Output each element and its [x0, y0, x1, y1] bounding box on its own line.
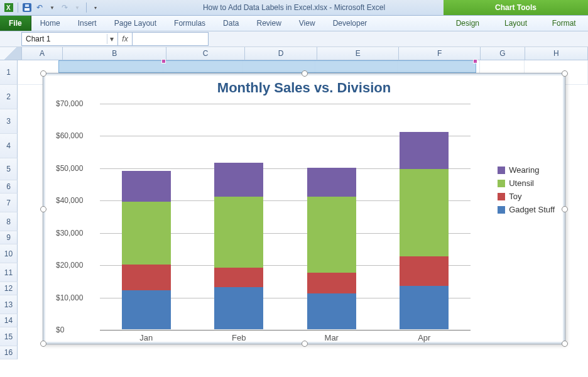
col-header-C[interactable]: C [166, 47, 245, 60]
tab-chart-design[interactable]: Design [444, 16, 492, 31]
bar-segment-utensil[interactable] [122, 202, 171, 265]
legend-label-wearing: Wearing [509, 165, 539, 175]
row-header-2[interactable]: 2 [0, 85, 18, 109]
col-header-D[interactable]: D [245, 47, 317, 60]
resize-handle-mr[interactable] [562, 206, 568, 212]
redo-icon[interactable]: ↷ [60, 3, 70, 13]
chart-plot-area[interactable]: $70,000$60,000$50,000$40,000$30,000$20,0… [56, 104, 471, 330]
tab-data[interactable]: Data [214, 16, 248, 31]
row-header-11[interactable]: 11 [0, 263, 18, 282]
cells-area[interactable]: Monthly Sales vs. Division Wearing Utens… [18, 60, 588, 359]
chart-object[interactable]: Monthly Sales vs. Division Wearing Utens… [43, 73, 565, 344]
chart-title[interactable]: Monthly Sales vs. Division [43, 74, 565, 100]
row-header-14[interactable]: 14 [0, 314, 18, 327]
tab-insert[interactable]: Insert [69, 16, 106, 31]
row-header-1[interactable]: 1 [0, 60, 18, 85]
legend-item-toy[interactable]: Toy [498, 192, 555, 201]
bar-segment-wearing[interactable] [307, 168, 356, 197]
bar-segment-wearing[interactable] [214, 163, 263, 197]
tab-chart-layout[interactable]: Layout [492, 16, 540, 31]
resize-handle-bl[interactable] [40, 341, 46, 347]
col-header-F[interactable]: F [399, 47, 481, 60]
formula-bar-row: Chart 1 ▾ fx [0, 31, 588, 47]
resize-handle-bm[interactable] [302, 341, 308, 347]
tab-page-layout[interactable]: Page Layout [106, 16, 165, 31]
row-header-9[interactable]: 9 [0, 231, 18, 244]
row-header-15[interactable]: 15 [0, 327, 18, 346]
legend-swatch-wearing [498, 167, 505, 174]
chart-legend[interactable]: Wearing Utensil Toy Gadget Stuff [498, 161, 555, 218]
undo-icon[interactable]: ↶ [35, 3, 45, 13]
col-header-H[interactable]: H [525, 47, 588, 60]
bar-segment-gadget-stuff[interactable] [307, 293, 356, 329]
row-header-6[interactable]: 6 [0, 180, 18, 194]
row-header-16[interactable]: 16 [0, 346, 18, 359]
tab-developer[interactable]: Developer [324, 16, 376, 31]
row-header-7[interactable]: 7 [0, 194, 18, 212]
legend-swatch-toy [498, 193, 505, 200]
worksheet-grid[interactable]: 1 2 3 4 5 6 7 8 9 10 11 12 13 14 15 16 M… [0, 60, 588, 359]
y-tick-label: $20,000 [56, 261, 83, 270]
bar-segment-gadget-stuff[interactable] [214, 287, 263, 329]
tab-review[interactable]: Review [248, 16, 290, 31]
legend-swatch-utensil [498, 180, 505, 187]
tab-home[interactable]: Home [31, 16, 69, 31]
row-header-4[interactable]: 4 [0, 134, 18, 158]
y-tick-label: $0 [56, 325, 64, 334]
bar-segment-toy[interactable] [400, 256, 449, 285]
bar-jan[interactable] [122, 171, 171, 329]
row-headers: 1 2 3 4 5 6 7 8 9 10 11 12 13 14 15 16 [0, 60, 18, 359]
col-header-G[interactable]: G [481, 47, 525, 60]
y-tick-label: $50,000 [56, 164, 83, 173]
legend-item-utensil[interactable]: Utensil [498, 178, 555, 188]
y-tick-label: $60,000 [56, 131, 83, 140]
row-header-12[interactable]: 12 [0, 282, 18, 295]
bar-segment-utensil[interactable] [214, 197, 263, 268]
select-all-corner[interactable] [0, 47, 22, 60]
undo-dropdown-icon[interactable]: ▼ [47, 3, 57, 13]
bar-segment-wearing[interactable] [122, 171, 171, 202]
bar-segment-utensil[interactable] [307, 197, 356, 273]
svg-rect-3 [24, 8, 30, 11]
bar-segment-gadget-stuff[interactable] [400, 286, 449, 329]
formula-bar-input[interactable] [133, 32, 209, 46]
qat-customize-icon[interactable]: ▾ [90, 3, 101, 13]
legend-item-wearing[interactable]: Wearing [498, 165, 555, 175]
bar-mar[interactable] [307, 168, 356, 329]
bar-segment-gadget-stuff[interactable] [122, 290, 171, 329]
bar-segment-toy[interactable] [122, 265, 171, 290]
name-box-dropdown-icon[interactable]: ▾ [107, 34, 116, 44]
name-box[interactable]: Chart 1 ▾ [21, 32, 118, 46]
bar-segment-wearing[interactable] [400, 132, 449, 169]
tab-formulas[interactable]: Formulas [165, 16, 214, 31]
resize-handle-tr[interactable] [562, 70, 568, 77]
save-icon[interactable] [22, 3, 32, 13]
row-header-13[interactable]: 13 [0, 295, 18, 314]
legend-item-gadget[interactable]: Gadget Stuff [498, 205, 555, 214]
column-headers: A B C D E F G H [0, 47, 588, 60]
bar-segment-toy[interactable] [307, 273, 356, 293]
row-header-10[interactable]: 10 [0, 244, 18, 263]
redo-dropdown-icon[interactable]: ▼ [72, 3, 82, 13]
row-header-3[interactable]: 3 [0, 109, 18, 134]
resize-handle-ml[interactable] [40, 206, 46, 212]
col-header-A[interactable]: A [22, 47, 63, 60]
bar-feb[interactable] [214, 163, 263, 329]
fx-icon[interactable]: fx [118, 32, 133, 46]
tab-file[interactable]: File [0, 16, 31, 31]
resize-handle-tl[interactable] [40, 70, 46, 77]
resize-handle-tm[interactable] [302, 70, 308, 77]
bar-segment-toy[interactable] [214, 268, 263, 287]
chart-tools-tab-group: Chart Tools [444, 0, 588, 15]
ribbon-tabs: File Home Insert Page Layout Formulas Da… [0, 16, 588, 31]
bar-segment-utensil[interactable] [400, 169, 449, 256]
bar-apr[interactable] [400, 132, 449, 329]
row-header-8[interactable]: 8 [0, 212, 18, 231]
col-header-B[interactable]: B [63, 47, 166, 60]
tab-view[interactable]: View [290, 16, 324, 31]
col-header-E[interactable]: E [317, 47, 399, 60]
resize-handle-br[interactable] [562, 341, 568, 347]
legend-label-utensil: Utensil [509, 178, 534, 188]
row-header-5[interactable]: 5 [0, 158, 18, 180]
tab-chart-format[interactable]: Format [540, 16, 588, 31]
